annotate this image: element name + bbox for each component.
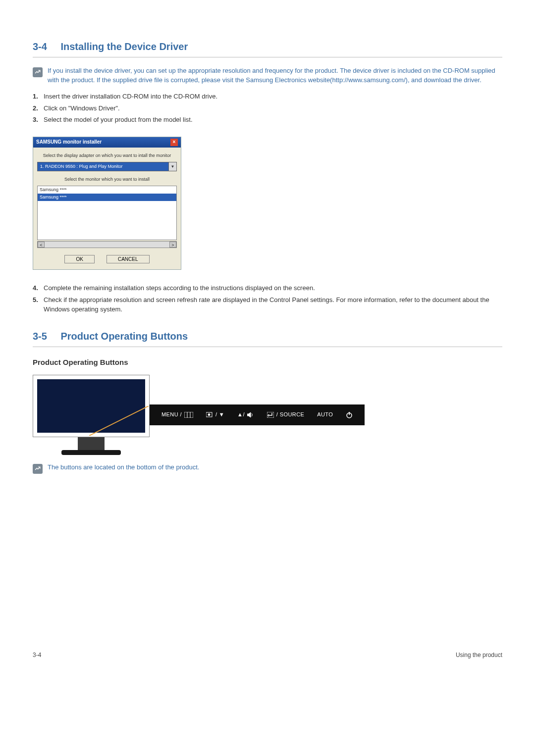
dialog-actions: OK CANCEL bbox=[37, 255, 177, 263]
svg-point-5 bbox=[208, 413, 210, 415]
monitor-list[interactable]: Samsung **** Samsung **** bbox=[37, 186, 177, 240]
source-button: / SOURCE bbox=[267, 411, 304, 419]
ok-button[interactable]: OK bbox=[64, 255, 94, 263]
step-item: 5.Check if the appropriate resolution an… bbox=[33, 296, 502, 314]
menu-icon bbox=[184, 412, 193, 418]
note-block: The buttons are located on the bottom of… bbox=[33, 463, 502, 474]
steps-list-b: 4.Complete the remaining installation st… bbox=[33, 284, 502, 314]
auto-button: AUTO bbox=[317, 411, 333, 419]
button-strip: MENU / / ▼ ▲/ / SOURCE AUTO bbox=[150, 404, 365, 425]
menu-button: MENU / bbox=[161, 411, 193, 419]
page-footer: 3-4 Using the product bbox=[33, 647, 502, 659]
section-title-3-5: 3-5 Product Operating Buttons bbox=[33, 329, 502, 347]
steps-list-a: 1.Insert the driver installation CD-ROM … bbox=[33, 92, 502, 125]
brightness-icon bbox=[206, 412, 213, 418]
dropdown-value: 1. RADEON 9550 : Plug and Play Monitor bbox=[37, 162, 169, 171]
step-item: 3.Select the model of your product from … bbox=[33, 115, 502, 125]
chevron-down-icon[interactable]: ▼ bbox=[169, 162, 177, 171]
note-icon bbox=[33, 67, 43, 77]
note-icon bbox=[33, 464, 43, 474]
list-item[interactable]: Samsung **** bbox=[38, 186, 176, 194]
volume-icon bbox=[247, 412, 254, 418]
scroll-left-icon[interactable]: < bbox=[38, 242, 45, 248]
dialog-label-2: Select the monitor which you want to ins… bbox=[37, 176, 177, 183]
section-heading: Product Operating Buttons bbox=[60, 331, 188, 342]
sub-heading: Product Operating Buttons bbox=[33, 357, 502, 368]
note-text: The buttons are located on the bottom of… bbox=[48, 463, 199, 474]
step-item: 1.Insert the driver installation CD-ROM … bbox=[33, 92, 502, 101]
dialog-titlebar: SAMSUNG monitor installer × bbox=[33, 137, 181, 148]
dialog-title-text: SAMSUNG monitor installer bbox=[36, 139, 102, 146]
monitor-stand bbox=[78, 437, 105, 450]
monitor bbox=[33, 375, 150, 455]
note-block: If you install the device driver, you ca… bbox=[33, 66, 502, 85]
power-button bbox=[346, 411, 353, 418]
step-item: 2.Click on "Windows Driver". bbox=[33, 104, 502, 113]
power-icon bbox=[346, 411, 353, 418]
callout-line-icon bbox=[89, 406, 149, 436]
dialog-label-1: Select the display adapter on which you … bbox=[37, 152, 177, 159]
note-text: If you install the device driver, you ca… bbox=[48, 66, 502, 85]
footer-left: 3-4 bbox=[33, 651, 41, 659]
dialog-body: Select the display adapter on which you … bbox=[33, 148, 181, 269]
footer-right: Using the product bbox=[456, 651, 502, 659]
monitor-bezel bbox=[33, 375, 150, 437]
down-brightness-button: / ▼ bbox=[206, 411, 224, 419]
list-item[interactable]: Samsung **** bbox=[38, 194, 176, 201]
section-num: 3-5 bbox=[33, 331, 47, 342]
section-heading: Installing the Device Driver bbox=[60, 41, 188, 52]
monitor-screen bbox=[37, 379, 145, 433]
scroll-right-icon[interactable]: > bbox=[169, 242, 176, 248]
up-volume-button: ▲/ bbox=[237, 411, 254, 419]
enter-icon bbox=[267, 412, 274, 418]
installer-dialog: SAMSUNG monitor installer × Select the d… bbox=[33, 137, 181, 270]
step-item: 4.Complete the remaining installation st… bbox=[33, 284, 502, 293]
close-icon[interactable]: × bbox=[170, 139, 178, 146]
display-adapter-dropdown[interactable]: 1. RADEON 9550 : Plug and Play Monitor ▼ bbox=[37, 162, 177, 171]
monitor-figure: MENU / / ▼ ▲/ / SOURCE AUTO bbox=[33, 375, 502, 455]
horizontal-scrollbar[interactable]: < > bbox=[37, 241, 177, 248]
svg-line-0 bbox=[89, 406, 149, 436]
section-num: 3-4 bbox=[33, 41, 47, 52]
svg-marker-6 bbox=[247, 412, 251, 417]
svg-rect-1 bbox=[184, 412, 193, 418]
monitor-base bbox=[61, 450, 121, 455]
cancel-button[interactable]: CANCEL bbox=[107, 255, 150, 263]
section-title-3-4: 3-4 Installing the Device Driver bbox=[33, 40, 502, 57]
